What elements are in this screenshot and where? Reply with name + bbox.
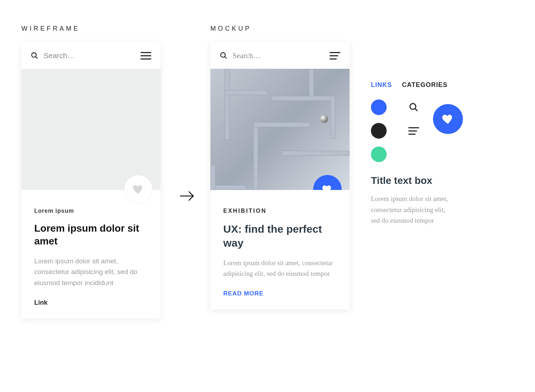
svg-line-6	[415, 109, 418, 111]
svg-line-1	[36, 57, 38, 59]
read-more-link[interactable]: READ MORE	[223, 290, 337, 297]
menu-icon[interactable]	[141, 52, 151, 60]
style-tabs: LINKS CATEGORIES	[371, 81, 471, 89]
menu-icon	[404, 127, 423, 135]
tab-links[interactable]: LINKS	[371, 81, 392, 89]
read-more-link[interactable]: Link	[34, 299, 148, 306]
search-icon	[404, 102, 423, 112]
article-eyebrow: EXHIBITION	[223, 208, 337, 214]
swatch-blue[interactable]	[371, 99, 387, 115]
hero-image	[210, 69, 350, 190]
tab-categories[interactable]: CATEGORIES	[402, 81, 448, 89]
swatch-mint[interactable]	[371, 146, 387, 162]
article-description: Lorem ipsum dolor sit amet, consectetur …	[34, 256, 148, 288]
article-description: Lorem ipsum dolor sit amet, consectetur …	[223, 258, 337, 279]
favorite-button-large[interactable]	[433, 104, 463, 134]
hero-image-placeholder	[21, 69, 160, 190]
search-icon	[31, 52, 39, 60]
svg-point-5	[410, 104, 416, 109]
svg-line-4	[225, 57, 227, 59]
article-eyebrow: Lorem ipsum	[34, 208, 148, 214]
svg-point-0	[32, 53, 36, 57]
wireframe-label: WIREFRAME	[21, 25, 164, 32]
search-input[interactable]: Search…	[44, 51, 136, 60]
search-bar[interactable]: Search…	[210, 42, 350, 69]
swatch-dark[interactable]	[371, 123, 387, 139]
sidebar-body: Lorem ipsum dolor sit amet, consectetur …	[371, 194, 453, 226]
arrow-right-icon	[180, 191, 195, 201]
mockup-label: MOCKUP	[210, 25, 353, 32]
sidebar-title: Title text box	[371, 174, 471, 187]
favorite-button[interactable]	[124, 175, 153, 203]
mockup-card: Search… EXHIBITION UX: fi	[210, 42, 350, 309]
article-title: Lorem ipsum dolor sit amet	[34, 222, 148, 248]
menu-icon[interactable]	[330, 52, 340, 60]
search-bar[interactable]: Search…	[21, 42, 160, 69]
search-input[interactable]: Search…	[233, 51, 325, 60]
search-icon	[220, 52, 228, 60]
article-title: UX: find the perfect way	[223, 222, 337, 250]
wireframe-card: Search… Lorem ipsum Lorem ipsum dolor si…	[21, 42, 160, 319]
svg-point-3	[221, 53, 225, 57]
